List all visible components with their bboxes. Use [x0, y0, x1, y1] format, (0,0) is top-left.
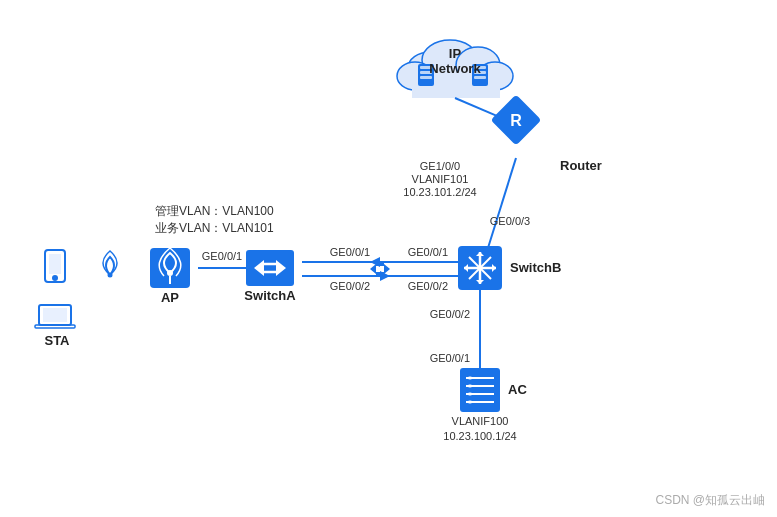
router-vlanif: VLANIF101 [412, 173, 469, 185]
switchb-ge002: GE0/0/2 [430, 308, 470, 320]
switchb-ge003: GE0/0/3 [490, 215, 530, 227]
ac-ip: 10.23.100.1/24 [443, 430, 516, 442]
svg-point-38 [108, 273, 113, 278]
watermark: CSDN @知孤云出岫 [655, 492, 765, 509]
network-diagram: IP Network R Router GE1/0/0 VLANIF101 10… [0, 0, 777, 517]
line-router-switchb [488, 158, 516, 248]
ac-label: AC [508, 382, 527, 397]
svg-point-50 [468, 376, 472, 380]
svg-point-53 [468, 400, 472, 404]
router-ip: 10.23.101.2/24 [403, 186, 476, 198]
svg-rect-40 [49, 254, 61, 274]
svg-point-52 [468, 392, 472, 396]
svg-text:R: R [510, 112, 522, 129]
svg-rect-10 [420, 76, 432, 79]
switchb-ge002-top: GE0/0/2 [408, 280, 448, 292]
wifi-icon [103, 251, 117, 278]
switchb-ge001: GE0/0/1 [408, 246, 448, 258]
router-icon: R [491, 95, 542, 146]
svg-marker-26 [370, 264, 376, 274]
ap-ge001: GE0/0/1 [202, 250, 242, 262]
svg-rect-29 [376, 272, 384, 276]
mgmt-vlan: 管理VLAN：VLAN100 [155, 204, 274, 218]
service-vlan: 业务VLAN：VLAN101 [155, 221, 274, 235]
switcha-icon [246, 250, 294, 286]
ip-network-label2: Network [429, 61, 481, 76]
svg-point-41 [52, 275, 58, 281]
switcha-ge002: GE0/0/2 [330, 280, 370, 292]
svg-rect-14 [474, 76, 486, 79]
ip-network-label: IP [449, 46, 462, 61]
ac-ge001-label: GE0/0/1 [430, 352, 470, 364]
svg-rect-28 [376, 262, 384, 266]
switchb-icon [458, 246, 502, 290]
svg-rect-30 [246, 250, 294, 286]
sta-label: STA [44, 333, 70, 348]
double-arrow [370, 262, 390, 276]
switcha-label: SwitchA [244, 288, 296, 303]
switcha-ge001: GE0/0/1 [330, 246, 370, 258]
ac-vlanif: VLANIF100 [452, 415, 509, 427]
phone-icon [45, 250, 65, 282]
svg-rect-43 [43, 308, 67, 322]
ap-icon [150, 248, 190, 288]
router-port-ge1: GE1/0/0 [420, 160, 460, 172]
svg-rect-45 [460, 368, 500, 412]
router-label: Router [560, 158, 602, 173]
laptop-icon [35, 305, 75, 328]
svg-marker-27 [384, 264, 390, 274]
ap-label: AP [161, 290, 179, 305]
ac-icon [460, 368, 500, 412]
svg-point-51 [468, 384, 472, 388]
svg-rect-44 [35, 325, 75, 328]
svg-point-36 [167, 270, 173, 276]
switchb-label: SwitchB [510, 260, 561, 275]
